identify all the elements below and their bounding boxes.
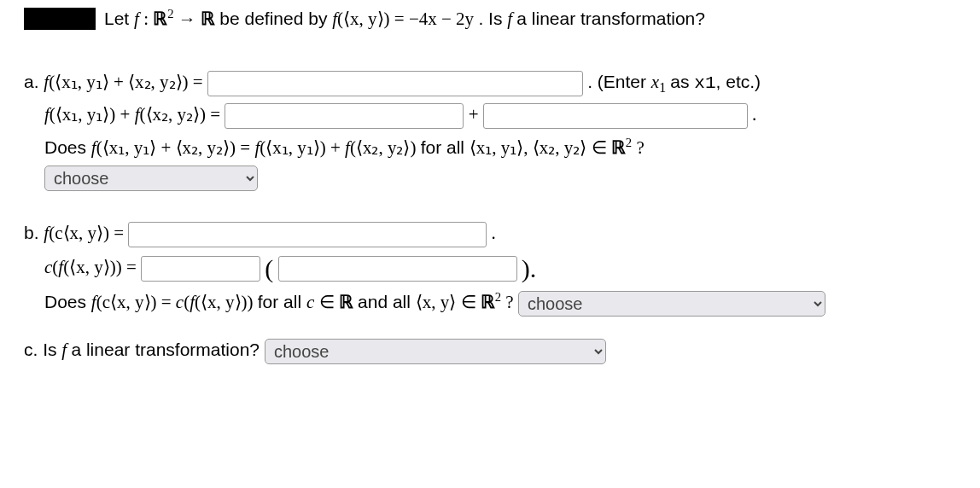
period: . [492,223,496,243]
plus: + [469,104,483,125]
part-b: b. f(c⟨x, y⟩) = . [24,222,956,247]
arg: (⟨x₁, y₁⟩ + ⟨x₂, y₂⟩) = [96,137,255,158]
text: for all [258,292,306,311]
c-symbol: c [44,257,52,277]
f-symbol: f [134,9,139,29]
f-symbol: f [507,9,512,29]
answer-a-fx1-input[interactable] [225,103,464,129]
f-symbol: f [61,340,67,360]
hint-text: . (Enter [587,72,651,91]
text: Does [44,137,91,157]
in: ∈ [319,292,339,312]
text: Does [44,292,91,311]
big-close-paren: ). [522,254,537,282]
part-b-line2: c(f(⟨x, y⟩)) = ( ). [44,254,956,283]
hint-code: x1 [694,73,715,93]
real-symbol: ℝ [153,9,167,28]
qmark: ? [505,292,518,312]
eq: = [394,9,409,29]
part-a-line2: f(⟨x₁, y₁⟩) + f(⟨x₂, y₂⟩) = + . [44,103,956,129]
arg: (⟨x₂, y₂⟩) [350,137,417,158]
real-symbol: ℝ [339,292,353,311]
answer-a-sum-input[interactable] [207,71,583,96]
answer-b-select[interactable]: choose [518,291,825,317]
c-var: c [306,292,314,312]
text: a linear transformation? [516,9,705,28]
text: Let [104,9,134,28]
arg: (c⟨x, y⟩) = [96,292,176,312]
text: Is [43,340,61,359]
part-a-line3: Does f(⟨x₁, y₁⟩ + ⟨x₂, y₂⟩) = f(⟨x₁, y₁⟩… [44,136,956,159]
arg: (⟨x, y⟩)) = [63,257,141,277]
hint-text: , etc.) [716,72,761,91]
answer-c-select[interactable]: choose [265,339,606,364]
real-symbol: ℝ [611,137,626,157]
text: and all [358,292,416,311]
arg: (⟨x, y⟩)) [195,292,253,312]
text: a linear transformation? [71,340,264,359]
problem-statement: Let f : ℝ2 → ℝ be defined by f(⟨x, y⟩) =… [24,7,956,30]
expression: −4x − 2y [409,9,474,29]
answer-b-fc-input[interactable] [128,222,487,247]
arg: (⟨x₂, y₂⟩) = [140,104,225,125]
real-symbol: ℝ [481,292,495,311]
text: for all [421,137,470,157]
qmark: ? [636,137,644,158]
arg: (⟨x₁, y₁⟩ + ⟨x₂, y₂⟩) = [49,72,207,92]
part-label: b. [24,223,44,242]
set: ⟨x, y⟩ ∈ [416,292,481,312]
answer-b-scalar-input[interactable] [141,256,260,282]
real-symbol: ℝ [201,9,215,28]
part-a-select-row: choose [44,166,956,191]
part-a: a. f(⟨x₁, y₁⟩ + ⟨x₂, y₂⟩) = . (Enter x1 … [24,71,956,96]
hint-sub: 1 [659,80,666,95]
big-open-paren: ( [265,254,273,282]
answer-a-select[interactable]: choose [44,166,258,191]
exponent: 2 [495,290,501,304]
text: : [143,9,153,29]
arg: (⟨x, y⟩) [337,9,390,29]
part-b-line3: Does f(c⟨x, y⟩) = c(f(⟨x, y⟩)) for all c… [44,290,956,317]
set: ⟨x₁, y₁⟩, ⟨x₂, y₂⟩ ∈ [470,137,611,158]
arg: (⟨x₁, y₁⟩) + [260,137,345,158]
exponent: 2 [626,136,632,149]
hint-text: as [670,72,694,91]
arg: (c⟨x, y⟩) = [49,223,128,243]
part-label: c. [24,340,43,359]
part-c: c. Is f a linear transformation? choose [24,339,956,364]
text: . Is [478,9,507,28]
arg: (⟨x₁, y₁⟩) + [50,104,135,125]
answer-b-inner-input[interactable] [278,256,517,282]
redacted-block [24,8,96,30]
exponent: 2 [167,7,173,20]
arrow: → [178,9,201,29]
period: . [752,104,756,125]
text: be defined by [219,9,332,28]
part-label: a. [24,72,44,91]
c-symbol: c [176,292,184,312]
answer-a-fx2-input[interactable] [483,103,748,129]
hint-var: x [651,72,659,92]
